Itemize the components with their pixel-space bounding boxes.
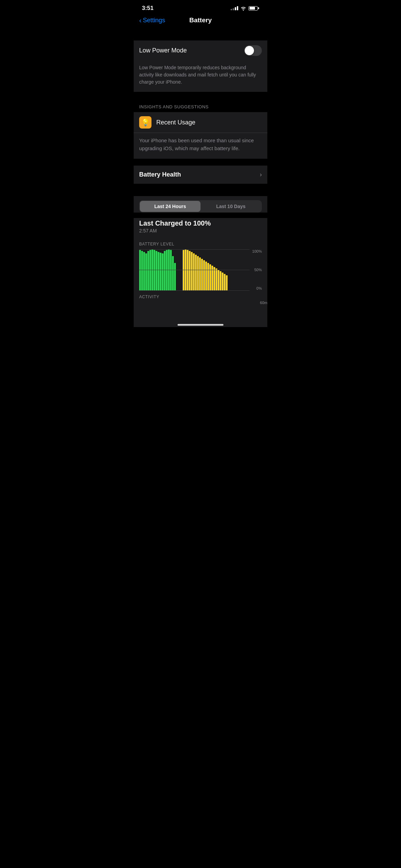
activity-section: 60m	[134, 301, 267, 321]
activity-label: ACTIVITY	[134, 290, 267, 301]
low-power-mode-label: Low Power Mode	[139, 47, 187, 54]
battery-health-group: Battery Health ›	[134, 166, 267, 184]
y-label-0: 0%	[256, 286, 262, 290]
time-period-tabs: Last 24 Hours Last 10 Days	[139, 200, 262, 213]
insight-icon-bg: 💡	[139, 116, 151, 129]
status-time: 3:51	[142, 5, 154, 12]
battery-chart-wrapper: 100% 50% 0%	[139, 249, 262, 290]
insight-title: Recent Usage	[156, 119, 195, 126]
home-bar	[178, 324, 223, 326]
charge-info: Last Charged to 100% 2:57 AM	[134, 218, 267, 238]
activity-y-label: 60m	[260, 301, 267, 305]
page-title: Battery	[189, 16, 211, 24]
battery-chart	[139, 249, 262, 290]
charge-title: Last Charged to 100%	[139, 219, 262, 227]
nav-bar: ‹ Settings Battery	[134, 14, 267, 28]
top-spacer	[134, 28, 267, 40]
status-bar: 3:51	[134, 0, 267, 14]
low-power-mode-row: Low Power Mode	[134, 40, 267, 61]
battery-health-label: Battery Health	[139, 171, 181, 178]
toggle-thumb	[245, 46, 254, 55]
section-gap-1	[134, 92, 267, 99]
section-gap-3	[134, 184, 267, 196]
low-power-mode-group: Low Power Mode Low Power Mode temporaril…	[134, 40, 267, 92]
green-bars-group	[139, 249, 176, 290]
status-icons	[231, 6, 259, 11]
y-label-50: 50%	[254, 268, 262, 272]
charge-time: 2:57 AM	[139, 228, 262, 233]
tab-10-days[interactable]: Last 10 Days	[200, 201, 261, 212]
wifi-icon	[240, 6, 246, 11]
y-label-100: 100%	[252, 249, 262, 253]
battery-level-label: BATTERY LEVEL	[139, 242, 262, 246]
yellow-bars-group	[183, 249, 228, 290]
battery-level-section: BATTERY LEVEL	[134, 238, 267, 290]
lightbulb-icon: 💡	[141, 118, 150, 126]
low-power-description: Low Power Mode temporarily reduces backg…	[134, 61, 267, 92]
tab-24-hours[interactable]: Last 24 Hours	[140, 201, 200, 212]
chart-y-labels: 100% 50% 0%	[252, 249, 262, 290]
signal-icon	[231, 6, 238, 10]
chevron-right-icon: ›	[260, 171, 262, 178]
back-button[interactable]: ‹ Settings	[139, 17, 165, 24]
recent-usage-row: 💡 Recent Usage	[134, 112, 267, 133]
tab-container: Last 24 Hours Last 10 Days	[134, 196, 267, 213]
battery-status-icon	[248, 6, 259, 11]
section-gap-2	[134, 159, 267, 166]
insights-group: 💡 Recent Usage Your iPhone has been used…	[134, 112, 267, 159]
insights-header: INSIGHTS AND SUGGESTIONS	[134, 99, 267, 112]
insight-description: Your iPhone has been used more than usua…	[134, 133, 267, 159]
low-power-mode-toggle[interactable]	[244, 45, 262, 56]
back-chevron-icon: ‹	[139, 17, 142, 24]
home-indicator	[134, 321, 267, 327]
battery-health-row[interactable]: Battery Health ›	[134, 166, 267, 184]
